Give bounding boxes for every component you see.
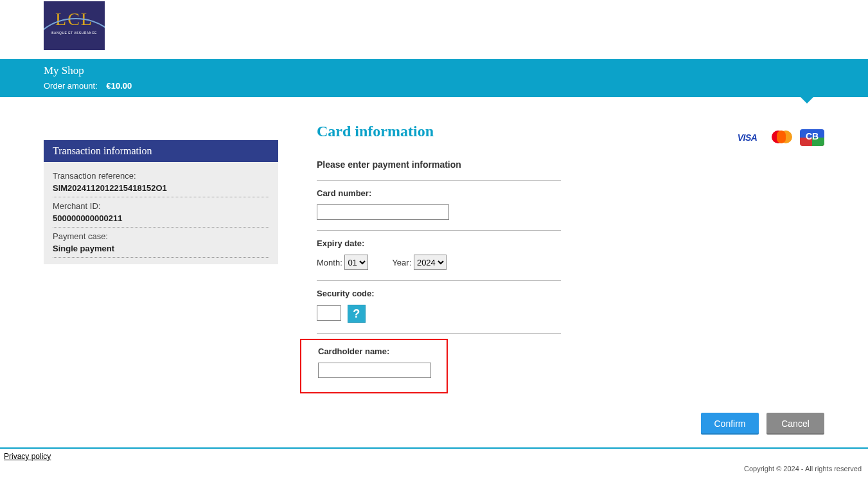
security-code-input[interactable] <box>317 305 341 321</box>
banner-arrow-icon <box>801 97 813 104</box>
transaction-panel-title: Transaction information <box>44 140 278 162</box>
transaction-field: Payment case: Single payment <box>53 228 269 258</box>
order-amount-value: €10.00 <box>106 81 132 91</box>
card-number-label: Card number: <box>317 188 561 198</box>
merchant-id-label: Merchant ID: <box>53 201 269 211</box>
shop-name: My Shop <box>44 64 868 77</box>
month-label: Month: <box>317 258 342 267</box>
order-line: Order amount: €10.00 <box>44 81 868 91</box>
action-row: Confirm Cancel <box>0 413 868 447</box>
security-label: Security code: <box>317 289 561 298</box>
transaction-ref-label: Transaction reference: <box>53 171 269 181</box>
cancel-button[interactable]: Cancel <box>766 413 824 435</box>
expiry-section: Expiry date: Month: 01 Year: 2024 <box>317 231 561 281</box>
cardholder-highlight: Cardholder name: <box>300 339 448 393</box>
shop-banner: My Shop Order amount: €10.00 <box>0 59 868 97</box>
month-select[interactable]: 01 <box>344 255 368 270</box>
transaction-ref-value: SIM2024112012215418152O1 <box>53 183 269 193</box>
transaction-panel: Transaction reference: SIM20241120122154… <box>44 162 278 264</box>
cardholder-label: Cardholder name: <box>318 346 438 356</box>
year-label: Year: <box>392 258 411 267</box>
mastercard-icon <box>768 129 793 146</box>
expiry-label: Expiry date: <box>317 239 561 248</box>
help-icon[interactable]: ? <box>348 305 366 323</box>
copyright-text: Copyright © 2024 - All rights reserved <box>0 461 868 476</box>
cb-icon: CB <box>800 129 824 146</box>
merchant-id-value: 500000000000211 <box>53 213 269 223</box>
top-bar: LCL BANQUE ET ASSURANCE <box>0 0 868 59</box>
security-section: Security code: ? <box>317 281 561 334</box>
footer-bar: Privacy policy <box>0 447 868 461</box>
bank-logo: LCL BANQUE ET ASSURANCE <box>44 1 105 50</box>
transaction-field: Transaction reference: SIM20241120122154… <box>53 167 269 197</box>
card-number-section: Card number: <box>317 181 561 231</box>
order-amount-label: Order amount: <box>44 81 98 91</box>
year-select[interactable]: 2024 <box>414 255 447 270</box>
payment-case-value: Single payment <box>53 244 269 253</box>
visa-icon: VISA <box>733 130 761 145</box>
transaction-field: Merchant ID: 500000000000211 <box>53 197 269 228</box>
payment-case-label: Payment case: <box>53 231 269 241</box>
bank-logo-arc <box>44 18 105 50</box>
confirm-button[interactable]: Confirm <box>701 413 759 435</box>
cardholder-name-input[interactable] <box>318 363 431 378</box>
card-number-input[interactable] <box>317 204 449 220</box>
form-intro: Please enter payment information <box>317 159 561 181</box>
privacy-policy-link[interactable]: Privacy policy <box>4 452 51 461</box>
card-brand-logos: VISA CB <box>733 129 824 146</box>
